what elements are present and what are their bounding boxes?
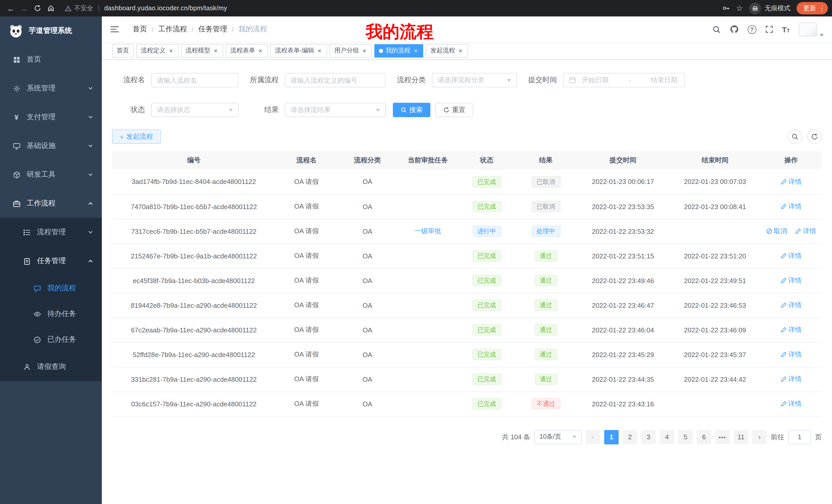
more-pages-button[interactable]: ••• bbox=[715, 430, 730, 444]
toggle-search-button[interactable] bbox=[788, 130, 802, 144]
tab-user-group[interactable]: 用户分组× bbox=[330, 44, 372, 57]
close-icon[interactable]: × bbox=[317, 47, 322, 54]
password-key-icon[interactable] bbox=[722, 4, 730, 12]
detail-link[interactable]: 详情 bbox=[781, 374, 802, 384]
refresh-table-button[interactable] bbox=[807, 130, 822, 144]
sidebar-item-devtools[interactable]: 研发工具 bbox=[0, 160, 102, 189]
result-badge: 通过 bbox=[535, 275, 557, 286]
browser-menu-icon[interactable]: ⋮ bbox=[818, 4, 825, 12]
col-process-name: 流程名 bbox=[276, 151, 337, 170]
security-warning[interactable]: 不安全 bbox=[65, 4, 93, 12]
close-icon[interactable]: × bbox=[458, 47, 463, 54]
detail-link[interactable]: 详情 bbox=[781, 301, 802, 310]
tab-home[interactable]: 首页 bbox=[112, 44, 134, 57]
search-button[interactable]: 搜索 bbox=[393, 103, 431, 117]
submit-time-range[interactable]: 开始日期 - 结束日期 bbox=[563, 73, 685, 87]
initiate-process-button[interactable]: + 发起流程 bbox=[112, 130, 161, 144]
breadcrumb-task-management[interactable]: 任务管理 bbox=[199, 25, 227, 34]
tab-my-processes[interactable]: 我的流程× bbox=[374, 44, 423, 57]
result-label: 结果 bbox=[246, 105, 279, 115]
page-button-4[interactable]: 4 bbox=[660, 430, 674, 444]
detail-link[interactable]: 详情 bbox=[781, 177, 802, 187]
detail-link[interactable]: 详情 bbox=[781, 325, 802, 334]
detail-link[interactable]: 详情 bbox=[781, 202, 802, 211]
app-logo[interactable]: 芋道管理系统 bbox=[0, 17, 102, 45]
table-body: 3ad174fb-7b9d-11ec-8404-acde48001122 OA … bbox=[112, 170, 822, 416]
process-name-input[interactable] bbox=[151, 73, 239, 87]
cell-process-id: 7317cec6-7b9b-11ec-b5b7-acde48001122 bbox=[112, 219, 276, 244]
detail-link[interactable]: 详情 bbox=[795, 227, 816, 236]
close-icon[interactable]: × bbox=[213, 47, 218, 54]
tab-initiate-process[interactable]: 发起流程× bbox=[426, 44, 468, 57]
page-button-5[interactable]: 5 bbox=[678, 430, 693, 444]
sidebar-item-infrastructure[interactable]: 基础设施 bbox=[0, 132, 102, 160]
category-select[interactable]: 请选择流程分类 bbox=[432, 73, 517, 87]
next-page-button[interactable]: › bbox=[752, 430, 767, 444]
detail-link[interactable]: 详情 bbox=[781, 251, 802, 260]
sidebar-item-payment[interactable]: ¥ 支付管理 bbox=[0, 103, 102, 132]
sidebar-item-home[interactable]: 首页 bbox=[0, 45, 102, 74]
help-icon[interactable]: ? bbox=[747, 25, 756, 34]
cell-result: 不通过 bbox=[515, 391, 576, 416]
cell-process-id: 52ffd28e-7b9a-11ec-a290-acde48001122 bbox=[112, 342, 276, 367]
browser-forward-icon[interactable]: → bbox=[18, 2, 31, 15]
page-button-3[interactable]: 3 bbox=[641, 430, 656, 444]
bookmark-star-icon[interactable]: ☆ bbox=[736, 4, 743, 13]
address-bar[interactable]: 不安全 | dashboard.yudao.iocoder.cn/bpm/tas… bbox=[65, 4, 722, 12]
sidebar-item-workflow[interactable]: 工作流程 bbox=[0, 189, 102, 218]
browser-home-icon[interactable] bbox=[44, 2, 58, 15]
sidebar-item-my-processes[interactable]: 我的流程 bbox=[0, 275, 102, 301]
search-icon[interactable] bbox=[712, 25, 721, 34]
url-text[interactable]: dashboard.yudao.iocoder.cn/bpm/task/my bbox=[104, 5, 227, 12]
breadcrumb-workflow[interactable]: 工作流程 bbox=[158, 25, 187, 34]
tab-process-definition[interactable]: 流程定义× bbox=[136, 44, 178, 57]
sidebar-item-todo-tasks[interactable]: 待办任务 bbox=[0, 301, 102, 327]
sidebar-item-leave-query[interactable]: 请假查询 bbox=[0, 353, 102, 381]
detail-link[interactable]: 详情 bbox=[781, 350, 802, 359]
close-icon[interactable]: × bbox=[168, 47, 174, 54]
end-date-placeholder[interactable]: 结束日期 bbox=[649, 76, 679, 85]
chevron-up-icon bbox=[87, 258, 94, 264]
cell-submit-time: 2022-01-22 23:44:35 bbox=[576, 367, 670, 391]
status-select[interactable]: 请选择状态 bbox=[151, 103, 239, 117]
close-icon[interactable]: × bbox=[413, 47, 419, 54]
close-icon[interactable]: × bbox=[362, 47, 367, 54]
browser-back-icon[interactable]: ← bbox=[4, 2, 18, 15]
cell-process-name: OA 请假 bbox=[276, 293, 337, 317]
fullscreen-icon[interactable] bbox=[765, 25, 773, 33]
cell-actions: 详情 bbox=[760, 317, 822, 342]
browser-update-button[interactable]: 更新 ⋮ bbox=[797, 2, 828, 15]
current-task-link[interactable]: 一级审批 bbox=[397, 219, 458, 244]
page-size-select[interactable]: 10条/页 bbox=[534, 430, 581, 444]
tab-process-form-edit[interactable]: 流程表单-编辑× bbox=[270, 44, 327, 57]
goto-page-input[interactable] bbox=[788, 430, 811, 444]
prev-page-button[interactable]: ‹ bbox=[586, 430, 600, 444]
avatar[interactable] bbox=[799, 22, 817, 36]
reset-button[interactable]: 重置 bbox=[436, 103, 473, 117]
page-button-11[interactable]: 11 bbox=[734, 430, 748, 444]
sidebar-item-system[interactable]: 系统管理 bbox=[0, 74, 102, 103]
home-icon bbox=[12, 55, 21, 64]
close-icon[interactable]: × bbox=[258, 47, 263, 54]
page-button-6[interactable]: 6 bbox=[697, 430, 711, 444]
sidebar-item-process-management[interactable]: 流程管理 bbox=[0, 218, 102, 247]
github-icon[interactable] bbox=[729, 25, 739, 34]
user-menu[interactable] bbox=[799, 22, 824, 36]
result-select[interactable]: 请选择流结果 bbox=[285, 103, 386, 117]
page-button-1[interactable]: 1 bbox=[604, 430, 619, 444]
detail-link[interactable]: 详情 bbox=[781, 399, 802, 409]
page-button-2[interactable]: 2 bbox=[623, 430, 637, 444]
tab-process-form[interactable]: 流程表单× bbox=[226, 44, 268, 57]
tab-process-model[interactable]: 流程模型× bbox=[181, 44, 223, 57]
start-date-placeholder[interactable]: 开始日期 bbox=[580, 76, 610, 85]
browser-reload-icon[interactable] bbox=[31, 2, 44, 15]
sidebar-item-done-tasks[interactable]: 已办任务 bbox=[0, 327, 102, 353]
cancel-link[interactable]: 取消 bbox=[766, 227, 787, 236]
detail-link[interactable]: 详情 bbox=[781, 276, 802, 285]
process-def-input[interactable] bbox=[285, 73, 386, 87]
sidebar-item-task-management[interactable]: 任务管理 bbox=[0, 247, 102, 275]
hamburger-icon[interactable] bbox=[110, 25, 119, 34]
breadcrumb-home[interactable]: 首页 bbox=[133, 25, 147, 34]
font-size-icon[interactable]: TT bbox=[782, 25, 790, 34]
cell-submit-time: 2022-01-22 23:51:15 bbox=[576, 244, 670, 268]
